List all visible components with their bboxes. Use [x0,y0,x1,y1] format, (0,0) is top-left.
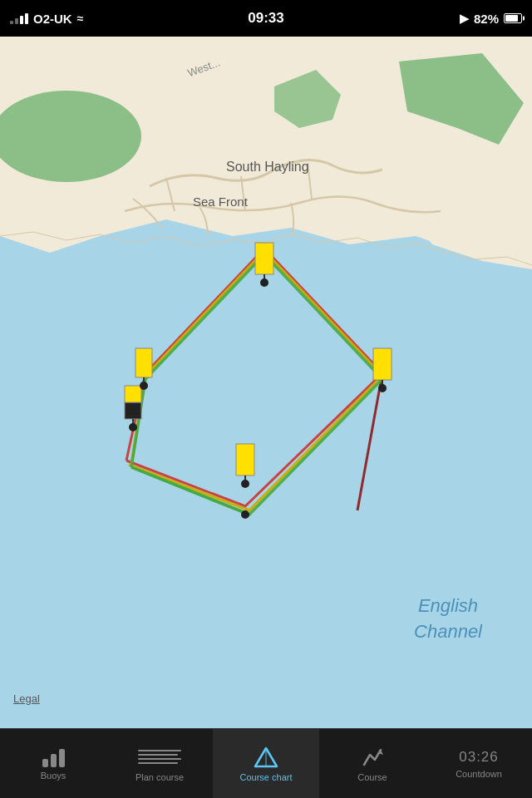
svg-point-20 [129,423,137,431]
svg-line-6 [131,467,249,515]
svg-point-21 [378,384,387,392]
plan-course-icon [138,746,181,769]
countdown-timer: 03:26 [459,749,499,766]
map-area[interactable]: South Hayling Sea Front West... [0,37,532,728]
english-channel-label: English Channel [414,594,482,645]
svg-rect-11 [125,402,141,419]
tab-countdown[interactable]: 03:26 Countdown [426,729,532,798]
time-display: 09:33 [248,10,283,27]
status-left: O2-UK ≈ [10,12,83,26]
buoys-icon [42,747,65,767]
svg-point-19 [140,382,148,390]
svg-rect-7 [255,243,273,274]
battery-percent: 82% [474,12,499,26]
tab-plan-course-label: Plan course [135,772,184,782]
svg-point-23 [241,510,249,519]
svg-rect-9 [135,348,152,377]
tab-plan-course[interactable]: Plan course [106,729,213,798]
svg-rect-14 [373,348,392,380]
course-icon [360,746,385,769]
course-chart-icon [254,746,278,769]
tab-buoys-label: Buoys [41,771,66,781]
tab-buoys[interactable]: Buoys [0,729,106,798]
tab-countdown-label: Countdown [456,769,502,779]
status-bar: O2-UK ≈ 09:33 ▶ 82% [0,0,532,37]
battery-icon [504,13,522,23]
tab-course-chart[interactable]: Course chart [213,729,319,798]
svg-rect-12 [125,386,141,402]
tab-course[interactable]: Course [319,729,426,798]
svg-point-18 [260,278,268,287]
tab-course-label: Course [357,772,387,782]
legal-link[interactable]: Legal [13,692,40,705]
signal-bars [10,13,28,24]
svg-point-22 [241,480,249,488]
location-icon: ▶ [460,12,469,25]
tab-bar: Buoys Plan course Course chart Cours [0,728,532,798]
carrier-label: O2-UK [33,12,72,26]
status-right: ▶ 82% [460,12,522,26]
svg-rect-16 [236,444,254,475]
tab-course-chart-label: Course chart [240,772,293,782]
wifi-icon: ≈ [77,12,84,25]
